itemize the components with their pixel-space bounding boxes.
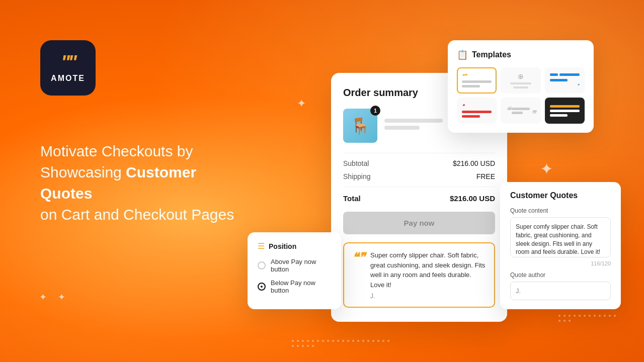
sparkle-icon-1: ✦ xyxy=(297,98,306,109)
char-count: 116/120 xyxy=(510,260,611,266)
template-item-2[interactable]: ⊕ xyxy=(501,67,540,94)
template-item-5[interactable]: ❝ ❞ xyxy=(501,98,540,124)
quote-author-label: Quote author xyxy=(510,272,611,279)
radio-above[interactable]: Above Pay now button xyxy=(258,258,331,273)
shipping-label: Shipping xyxy=(343,172,371,180)
quote-text: Super comfy slipper chair. Soft fabric, … xyxy=(370,250,486,290)
templates-grid: ❝❞ ⊕ ❞ ❝ ❝ xyxy=(457,67,585,124)
tpl-quote-icon-4: ❝ xyxy=(462,104,492,109)
sparkle-icon-4: ✦ xyxy=(58,293,65,302)
radio-below-label: Below Pay now button xyxy=(271,279,331,294)
tpl-line-1b xyxy=(462,85,480,87)
quote-author: J. xyxy=(370,293,486,300)
total-label: Total xyxy=(343,194,361,203)
tpl-line-4b xyxy=(462,115,480,118)
product-lines xyxy=(384,119,443,133)
radio-below[interactable]: Below Pay now button xyxy=(258,279,331,294)
templates-title: Templates xyxy=(472,50,511,59)
position-title: Position xyxy=(269,242,296,250)
tpl-blue-accent xyxy=(550,73,558,76)
tpl-blue-end: ❞ xyxy=(550,83,580,88)
quote-block: ❝❞ Super comfy slipper chair. Soft fabri… xyxy=(343,242,495,308)
shipping-value: FREE xyxy=(476,172,495,180)
tpl-line-4a xyxy=(462,111,492,113)
templates-header: 📋 Templates xyxy=(457,49,585,60)
sparkle-icon-2: ✦ xyxy=(540,161,553,177)
product-image-wrap: 🪑 1 xyxy=(343,109,377,143)
radio-below-circle xyxy=(258,283,266,291)
tpl-line-3a xyxy=(559,73,580,76)
position-card: ☰ Position Above Pay now button Below Pa… xyxy=(248,232,341,309)
customer-quotes-card: Customer Quotes Quote content Super comf… xyxy=(500,182,621,309)
tpl-line-5b xyxy=(512,112,522,114)
product-badge: 1 xyxy=(370,106,380,116)
product-line-bar-1 xyxy=(384,119,443,123)
tpl-big-quote-icon: ❝ xyxy=(506,106,511,115)
hero-line2: Showcasing Customer Quotes xyxy=(40,162,252,204)
tpl-quote-icon-1: ❝❞ xyxy=(462,74,492,78)
tpl-line-3b xyxy=(550,79,568,81)
sparkle-icon-3: ✦ xyxy=(39,293,47,302)
quote-content: Super comfy slipper chair. Soft fabric, … xyxy=(370,250,486,300)
tpl-quote-lines xyxy=(512,108,529,114)
product-line-bar-2 xyxy=(384,126,420,130)
subtotal-value: $216.00 USD xyxy=(453,159,495,167)
tpl-icon-2: ⊕ xyxy=(518,72,524,80)
total-value: $216.00 USD xyxy=(450,194,495,203)
tpl-line-1a xyxy=(462,80,492,83)
quote-open-icon: ❝❞ xyxy=(352,251,365,263)
tpl-line-5a xyxy=(512,108,529,110)
template-item-4[interactable]: ❝ xyxy=(457,98,497,124)
quote-author-input[interactable] xyxy=(510,282,611,300)
customer-quotes-title: Customer Quotes xyxy=(510,191,611,200)
subtotal-row: Subtotal $216.00 USD xyxy=(343,159,495,167)
template-item-1[interactable]: ❝❞ xyxy=(457,67,497,94)
hero-line1: Motivate Checkouts by xyxy=(40,141,252,162)
template-item-3[interactable]: ❞ xyxy=(545,67,585,94)
pay-now-button[interactable]: Pay now xyxy=(343,212,495,234)
tpl-line-6-orange xyxy=(550,105,580,108)
template-item-6[interactable] xyxy=(545,98,585,124)
hero-line3: on Cart and Checkout Pages xyxy=(40,204,252,225)
divider-1 xyxy=(343,153,495,153)
logo: "" AMOTE xyxy=(40,40,96,96)
shipping-row: Shipping FREE xyxy=(343,172,495,180)
tpl-big-quote-close: ❞ xyxy=(531,110,536,119)
radio-above-circle xyxy=(258,261,266,269)
quote-content-label: Quote content xyxy=(510,207,611,214)
templates-card: 📋 Templates ❝❞ ⊕ ❞ ❝ xyxy=(448,40,594,133)
logo-quotes-icon: "" xyxy=(61,53,75,72)
quote-content-field-wrap: Super comfy slipper chair. Soft fabric, … xyxy=(510,217,611,259)
quote-icon-row: ❝❞ Super comfy slipper chair. Soft fabri… xyxy=(352,250,486,300)
divider-2 xyxy=(343,187,495,187)
subtotal-label: Subtotal xyxy=(343,159,369,167)
quote-content-textarea[interactable]: Super comfy slipper chair. Soft fabric, … xyxy=(510,217,611,257)
dots-pattern-right xyxy=(558,315,619,322)
total-row: Total $216.00 USD xyxy=(343,194,495,203)
hero-text: Motivate Checkouts by Showcasing Custome… xyxy=(40,141,252,225)
hero-line2-normal: Showcasing xyxy=(40,164,126,180)
radio-above-label: Above Pay now button xyxy=(271,258,331,273)
position-header: ☰ Position xyxy=(258,241,331,251)
logo-brand-name: AMOTE xyxy=(51,74,85,83)
templates-icon: 📋 xyxy=(457,49,468,60)
tpl-line-2a xyxy=(510,82,531,84)
dots-pattern-bottom xyxy=(292,340,392,347)
tpl-line-2b xyxy=(513,86,528,88)
tpl-line-6b xyxy=(550,114,568,117)
position-icon: ☰ xyxy=(258,241,265,251)
tpl-line-6a xyxy=(550,110,580,112)
